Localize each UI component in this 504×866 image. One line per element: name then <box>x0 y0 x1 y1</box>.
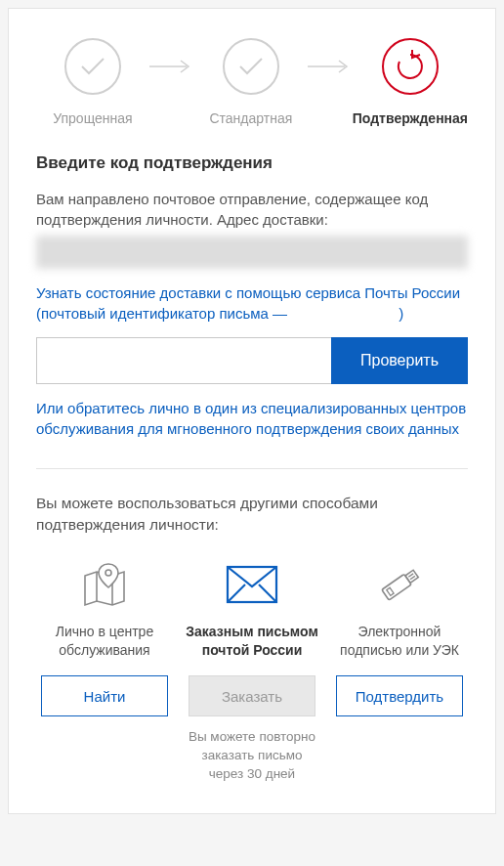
refresh-icon <box>382 38 439 95</box>
envelope-icon <box>226 560 278 609</box>
map-pin-icon <box>79 560 130 609</box>
alt-methods-heading: Вы можете воспользоваться другими способ… <box>36 493 468 535</box>
confirm-esig-button[interactable]: Подтвердить <box>336 675 463 716</box>
option-label: Электронной подписью или УЭК <box>331 623 468 662</box>
svg-line-7 <box>259 585 276 602</box>
reorder-note: Вы можете повторно заказать письмо через… <box>184 728 320 784</box>
usb-key-icon <box>372 560 427 609</box>
svg-line-10 <box>408 574 413 577</box>
delivery-address-redacted <box>36 236 468 269</box>
verification-card: Упрощенная Стандартная Подтвержденная Вв… <box>8 8 496 814</box>
service-centers-link[interactable]: Или обратитесь лично в один из специализ… <box>36 398 468 439</box>
check-icon <box>223 38 279 95</box>
intro-text: Вам направлено почтовое отправление, сод… <box>36 189 468 230</box>
find-center-button[interactable]: Найти <box>41 675 168 716</box>
tracking-id-redacted <box>291 308 399 322</box>
confirmation-code-input[interactable] <box>36 337 331 384</box>
order-letter-button: Заказать <box>189 675 315 716</box>
check-button[interactable]: Проверить <box>331 337 468 384</box>
page-title: Введите код подтверждения <box>36 153 468 173</box>
option-mail: Заказным письмом почтой России Заказать … <box>184 560 320 784</box>
svg-rect-9 <box>405 571 418 584</box>
option-center: Лично в центре обслуживания Найти <box>36 560 173 784</box>
svg-line-6 <box>228 585 245 602</box>
option-label: Лично в центре обслуживания <box>36 623 173 662</box>
step-simplified: Упрощенная <box>36 38 149 126</box>
arrow-icon <box>308 60 353 73</box>
arrow-icon <box>149 60 194 73</box>
svg-line-11 <box>410 577 415 580</box>
option-label: Заказным письмом почтой России <box>184 623 320 662</box>
step-label: Стандартная <box>209 110 292 126</box>
code-input-row: Проверить <box>36 337 468 384</box>
tracking-link[interactable]: Узнать состояние доставки с помощью серв… <box>36 282 468 324</box>
divider <box>36 468 468 469</box>
check-icon <box>64 38 121 95</box>
option-esignature: Электронной подписью или УЭК Подтвердить <box>331 560 468 784</box>
progress-steps: Упрощенная Стандартная Подтвержденная <box>36 38 468 126</box>
verification-options: Лично в центре обслуживания Найти Заказн… <box>36 560 468 784</box>
step-confirmed: Подтвержденная <box>353 38 468 126</box>
step-label: Подтвержденная <box>353 110 468 126</box>
tracking-link-text-end: ) <box>399 305 403 322</box>
step-label: Упрощенная <box>53 110 132 126</box>
svg-rect-12 <box>387 588 394 596</box>
step-standard: Стандартная <box>194 38 308 126</box>
